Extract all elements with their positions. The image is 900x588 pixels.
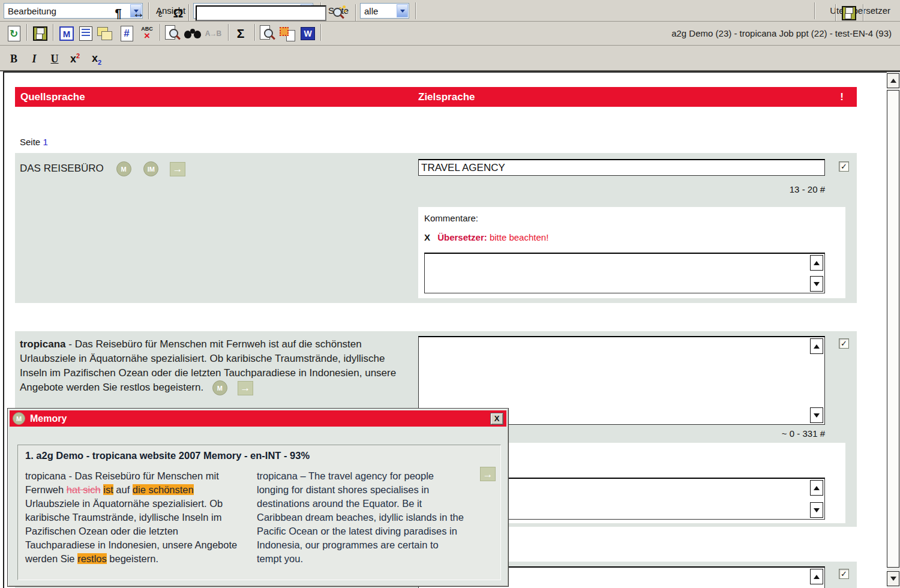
memory-match-header: 1. a2g Demo - tropicana website 2007 Mem… <box>25 450 310 461</box>
segment2-source-text: tropicana - Das Reisebüro für Menschen m… <box>20 337 409 395</box>
memory-button[interactable]: M <box>58 25 76 43</box>
pilcrow-button[interactable]: ¶ <box>109 4 127 22</box>
memory-match-badge[interactable]: M <box>116 161 131 176</box>
separator <box>254 24 255 41</box>
comment-delete-x-icon[interactable]: X <box>424 232 430 242</box>
segment1-char-count: 13 - 20 # <box>418 184 825 194</box>
scroll-up-button[interactable] <box>810 480 823 496</box>
separator <box>320 24 321 41</box>
scroll-up-button[interactable] <box>810 569 823 584</box>
scroll-down-button[interactable] <box>810 407 823 423</box>
memory-window-title: Memory <box>30 413 67 424</box>
segment3-done-checkbox[interactable]: ✓ <box>839 569 849 579</box>
left-right-arrow-icon: ↔ <box>133 7 145 20</box>
target-column-header: Zielsprache <box>418 91 475 103</box>
italic-button[interactable]: I <box>25 50 43 68</box>
edit-menu-value: Bearbeitung <box>8 6 56 16</box>
hash-page-icon: # <box>121 26 133 41</box>
scroll-up-button[interactable] <box>810 255 823 271</box>
page-value: alle <box>364 6 378 16</box>
save-icon <box>842 6 856 20</box>
superscript-button[interactable]: x2 <box>66 50 84 68</box>
format-toolbar: B I U x2 x2 <box>0 46 900 71</box>
memory-match-badge[interactable]: M <box>212 380 227 395</box>
underline-button[interactable]: U <box>46 50 64 68</box>
print-preview-button[interactable] <box>258 25 276 43</box>
save-segment-button[interactable] <box>840 4 858 22</box>
separator <box>835 4 836 21</box>
numbering-button[interactable]: # <box>118 25 136 43</box>
page-number-link[interactable]: 1 <box>43 137 47 147</box>
pilcrow-icon: ¶ <box>115 7 121 20</box>
close-icon[interactable]: X <box>490 413 503 425</box>
refresh-button[interactable]: ↻ <box>5 25 23 43</box>
job-info: a2g Demo (23) - tropicana Job ppt (22) -… <box>671 28 892 38</box>
vertical-scrollbar[interactable] <box>887 72 900 588</box>
save-button[interactable] <box>31 25 49 43</box>
statistics-button[interactable]: Σ <box>232 25 250 43</box>
separator <box>814 2 815 19</box>
separator <box>863 4 863 21</box>
expand-spacing-button[interactable]: ↔ <box>130 4 148 22</box>
word-icon: W <box>301 27 315 40</box>
separator <box>228 24 229 41</box>
separator <box>53 24 53 41</box>
icon-toolbar: ↻ M # ABC × A→B Σ W a2 <box>0 22 900 46</box>
comment-text: bitte beachten! <box>490 232 548 242</box>
comments-label: Kommentare: <box>424 213 478 223</box>
replace-ab-icon: A→B <box>205 29 221 38</box>
segment1-source-text: DAS REISEBÜRO M IM → <box>20 161 185 176</box>
subscript-button[interactable]: x2 <box>88 50 106 68</box>
copy-source-arrow-button[interactable]: → <box>238 381 253 395</box>
refresh-icon: ↻ <box>8 26 20 41</box>
segment1-done-checkbox[interactable]: ✓ <box>839 161 849 172</box>
epsilon-icon: ε <box>158 8 163 19</box>
find-button[interactable] <box>184 25 202 43</box>
separator <box>160 24 160 41</box>
binoculars-icon <box>184 27 201 40</box>
copy-source-arrow-button[interactable]: → <box>170 162 185 176</box>
memory-match-panel: 1. a2g Demo - tropicana website 2007 Mem… <box>17 445 501 580</box>
preview-button[interactable] <box>163 25 181 43</box>
scroll-down-button[interactable] <box>810 276 823 292</box>
memory-window-titlebar[interactable]: M Memory X <box>10 410 506 427</box>
scrollbar-down-button[interactable] <box>887 571 899 586</box>
grid-header: Quellsprache Zielsprache ! <box>15 87 857 107</box>
cascade-windows-icon <box>97 26 113 41</box>
segment1-comments-panel: Kommentare: X Übersetzer: bitte beachten… <box>418 207 845 298</box>
spellcheck-delete-icon: ABC × <box>141 26 153 41</box>
scroll-down-button[interactable] <box>810 502 823 518</box>
save-icon <box>33 26 47 41</box>
page-preview-icon <box>165 25 179 42</box>
segment-row-1: DAS REISEBÜRO M IM → ✓ 13 - 20 # Komment… <box>15 153 857 303</box>
separator <box>415 2 416 19</box>
segment1-target-input[interactable] <box>418 159 825 176</box>
omega-icon: Ω <box>173 6 184 20</box>
replace-button[interactable]: A→B <box>204 25 222 43</box>
memory-source-text: tropicana - Das Reisebüro für Menschen m… <box>25 469 246 566</box>
page-dropdown[interactable]: alle <box>360 3 409 19</box>
insert-match-arrow-button[interactable]: → <box>480 467 496 481</box>
memory-window: M Memory X 1. a2g Demo - tropicana websi… <box>7 408 509 587</box>
scroll-up-button[interactable] <box>810 338 823 354</box>
source-column-header: Quellsprache <box>20 91 85 103</box>
word-export-button[interactable]: W <box>299 25 317 43</box>
scrollbar-thumb[interactable] <box>887 90 899 568</box>
segment1-comment-textarea[interactable] <box>424 253 825 293</box>
comment-entry: X Übersetzer: bitte beachten! <box>424 232 548 242</box>
symbol-button[interactable]: Ω <box>169 4 187 22</box>
remove-markings-button[interactable]: ABC × <box>138 25 156 43</box>
segment2-done-checkbox[interactable]: ✓ <box>839 338 849 349</box>
cascade-windows-button[interactable] <box>96 25 114 43</box>
search-button[interactable] <box>330 4 348 22</box>
chevron-down-icon[interactable] <box>397 4 408 17</box>
internal-memory-badge[interactable]: IM <box>143 161 158 176</box>
segment-list-button[interactable] <box>77 25 95 43</box>
bold-button[interactable]: B <box>5 50 23 68</box>
scrollbar-up-button[interactable] <box>887 73 899 88</box>
search-input[interactable] <box>196 5 326 21</box>
document-list-icon <box>79 26 92 41</box>
export-button[interactable] <box>278 25 296 43</box>
subscript-icon: x2 <box>92 52 101 66</box>
epsilon-button[interactable]: ε <box>151 4 169 22</box>
